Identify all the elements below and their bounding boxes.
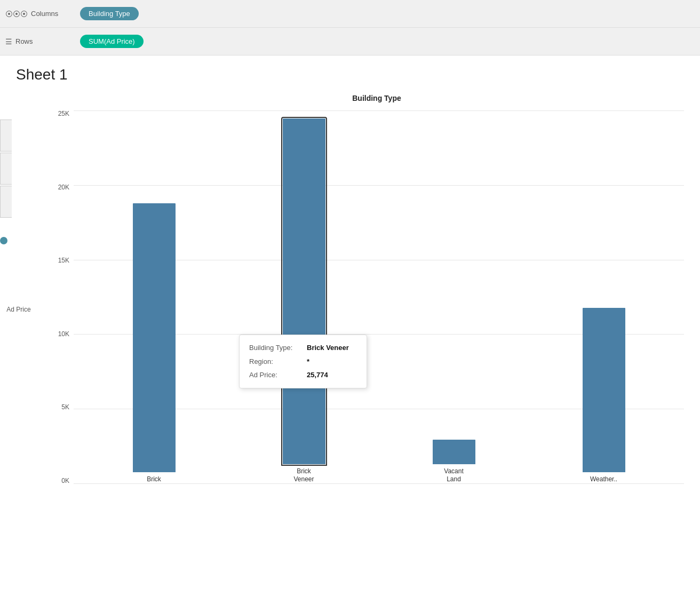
sidebar-btn-3[interactable] <box>0 186 12 218</box>
columns-icon: ⦿⦿⦿ <box>5 10 28 18</box>
y-tick-5k: 5K <box>61 404 69 410</box>
left-sidebar <box>0 120 12 218</box>
sidebar-btn-2[interactable] <box>0 153 12 185</box>
y-tick-15k: 15K <box>58 257 69 264</box>
rows-toolbar-row: ☰ Rows SUM(Ad Price) <box>0 28 700 55</box>
rows-icon: ☰ <box>5 37 12 46</box>
bar-group-brick: Brick <box>79 110 229 484</box>
columns-toolbar-row: ⦿⦿⦿ Columns Building Type <box>0 0 700 28</box>
sheet-title: Sheet 1 <box>16 66 684 83</box>
columns-pill[interactable]: Building Type <box>80 7 139 20</box>
bar-label-brick: Brick <box>147 475 161 484</box>
bar-brick[interactable] <box>133 203 176 472</box>
sidebar-circle[interactable] <box>0 237 7 244</box>
bar-label-weatherboard: Weather.. <box>590 475 617 484</box>
y-tick-0k: 0K <box>61 478 69 484</box>
sheet-area: Sheet 1 Building Type Ad Price 0K 5K 10K… <box>0 55 700 604</box>
columns-text: Columns <box>31 10 58 18</box>
bar-label-vacant-land: VacantLand <box>444 467 463 484</box>
bars-area: Brick BrickVeneer VacantLand <box>74 110 684 484</box>
chart-inner: Ad Price 0K 5K 10K 15K 20K 25K <box>48 110 684 484</box>
bar-vacant-land[interactable] <box>433 440 475 464</box>
y-tick-20k: 20K <box>58 184 69 190</box>
bar-group-brick-veneer: BrickVeneer <box>229 110 379 484</box>
columns-label: ⦿⦿⦿ Columns <box>5 10 80 18</box>
chart-title: Building Type <box>69 94 684 102</box>
y-axis-label: Ad Price <box>6 306 30 313</box>
bar-label-brick-veneer: BrickVeneer <box>293 467 314 484</box>
bar-group-vacant-land: VacantLand <box>379 110 529 484</box>
sidebar-btn-1[interactable] <box>0 120 12 152</box>
y-axis: 0K 5K 10K 15K 20K 25K <box>48 110 69 484</box>
bar-brick-veneer[interactable] <box>283 118 325 464</box>
bar-weatherboard[interactable] <box>583 308 625 472</box>
rows-pill[interactable]: SUM(Ad Price) <box>80 35 144 48</box>
chart-container: Building Type Ad Price 0K 5K 10K 15K 20K… <box>48 94 684 484</box>
y-tick-10k: 10K <box>58 331 69 337</box>
chart-plot: Brick BrickVeneer VacantLand <box>74 110 684 484</box>
y-tick-25k: 25K <box>58 110 69 117</box>
bar-group-weatherboard: Weather.. <box>529 110 679 484</box>
rows-label: ☰ Rows <box>5 37 80 46</box>
rows-text: Rows <box>15 37 33 45</box>
